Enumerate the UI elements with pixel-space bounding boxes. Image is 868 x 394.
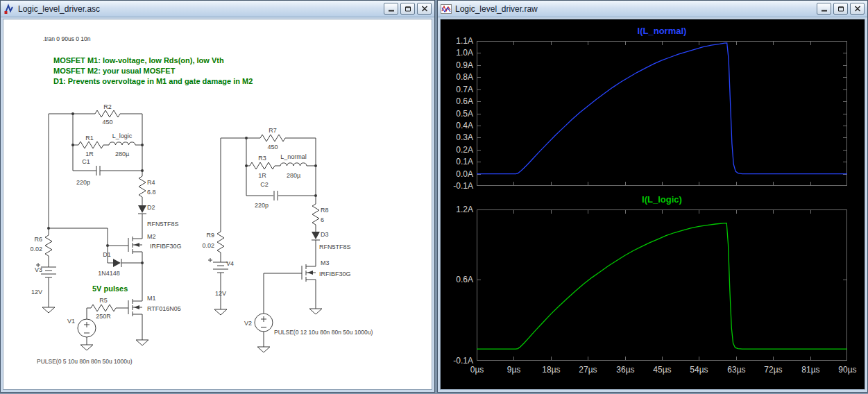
r8-name-label[interactable]: R8 — [321, 207, 329, 214]
schematic-canvas[interactable]: .tran 0 90us 0 10n MOSFET M1: low-voltag… — [3, 19, 432, 390]
v4-name-label[interactable]: V4 — [226, 260, 234, 267]
minimize-icon — [821, 6, 828, 12]
schematic-window-title: Logic_level_driver.asc — [18, 4, 384, 14]
ltspice-waveform-icon[interactable] — [441, 3, 452, 15]
r7-value-label[interactable]: 450 — [267, 144, 278, 151]
r5-name-label[interactable]: R5 — [99, 297, 108, 304]
waveform-titlebar[interactable]: Logic_level_driver.raw — [438, 1, 867, 17]
l-logic-name-label[interactable]: L_logic — [112, 132, 133, 139]
minimize-button[interactable] — [384, 3, 398, 15]
l-logic-value-label[interactable]: 280µ — [115, 151, 129, 157]
plot-pane-0[interactable] — [477, 41, 847, 186]
schematic-titlebar[interactable]: Logic_level_driver.asc — [1, 1, 434, 17]
r6-value-label[interactable]: 0.02 — [30, 246, 42, 252]
resistor-r7[interactable] — [260, 135, 285, 142]
resistor-r6[interactable] — [45, 235, 52, 256]
d1-name-label[interactable]: D1 — [103, 251, 111, 258]
mosfet-m2[interactable] — [128, 231, 142, 259]
v1-value-label[interactable]: PULSE(0 5 10u 80n 80n 50u 1000u) — [37, 358, 133, 365]
waveform-plot-area[interactable]: I(L_normal)1.1A1.0A0.9A0.8A0.7A0.6A0.5A0… — [440, 19, 865, 390]
inductor-l-normal[interactable] — [280, 163, 307, 166]
m3-name-label[interactable]: M3 — [321, 259, 330, 266]
c1-name-label[interactable]: C1 — [82, 158, 90, 165]
v4-value-label[interactable]: 12V — [215, 290, 226, 297]
m1-name-label[interactable]: M1 — [147, 295, 156, 302]
m3-value-label[interactable]: IRFIBF30G — [319, 271, 351, 277]
resistor-r2[interactable] — [95, 110, 120, 117]
d2-name-label[interactable]: D2 — [147, 204, 155, 211]
capacitor-c2[interactable] — [274, 191, 278, 200]
r8-value-label[interactable]: 6 — [321, 216, 324, 223]
diode-d2[interactable] — [138, 205, 146, 214]
restore-button[interactable] — [400, 3, 415, 15]
r2-value-label[interactable]: 450 — [102, 119, 112, 126]
d3-value-label[interactable]: RFN5TF8S — [319, 243, 351, 250]
close-icon — [421, 6, 428, 12]
resistor-r3[interactable] — [250, 162, 275, 169]
restore-icon — [405, 6, 411, 12]
v2-value-label[interactable]: PULSE(0 12 10u 80n 80n 50u 1000u) — [274, 329, 373, 336]
close-button[interactable] — [417, 3, 432, 15]
r4-name-label[interactable]: R4 — [147, 179, 155, 186]
c1-value-label[interactable]: 220p — [76, 179, 90, 186]
r7-name-label[interactable]: R7 — [269, 127, 277, 134]
battery-v4[interactable] — [208, 258, 228, 273]
trace-label-1[interactable]: I(L_logic) — [477, 194, 847, 205]
r4-value-label[interactable]: 6.8 — [147, 189, 156, 196]
y-tick-label: 0.2A — [441, 145, 473, 155]
r3-value-label[interactable]: 1R — [258, 172, 266, 179]
r1-value-label[interactable]: 1R — [85, 151, 94, 157]
trace-1[interactable] — [477, 223, 847, 350]
v2-name-label[interactable]: V2 — [244, 320, 252, 327]
r6-name-label[interactable]: R6 — [34, 236, 42, 243]
d2-value-label[interactable]: RFN5TF8S — [147, 221, 179, 228]
m2-name-label[interactable]: M2 — [147, 233, 156, 240]
close-button[interactable] — [850, 3, 865, 15]
capacitor-c1[interactable] — [96, 166, 100, 175]
voltage-source-v1[interactable] — [78, 319, 96, 337]
d1-value-label[interactable]: 1N4148 — [98, 270, 120, 277]
minimize-button[interactable] — [817, 3, 831, 15]
resistor-r9[interactable] — [217, 232, 224, 252]
comment-5v-pulses[interactable]: 5V pulses — [92, 284, 128, 293]
l-normal-name-label[interactable]: L_normal — [280, 153, 307, 160]
trace-0[interactable] — [477, 43, 847, 174]
m2-value-label[interactable]: IRFIBF30G — [150, 243, 182, 250]
c2-value-label[interactable]: 220p — [255, 202, 269, 209]
y-tick-label: 0.1A — [441, 157, 473, 166]
comment-m1[interactable]: MOSFET M1: low-voltage, low Rds(on), low… — [53, 56, 224, 65]
y-tick-label: 0.6A — [441, 96, 473, 106]
r2-name-label[interactable]: R2 — [103, 103, 112, 110]
m1-value-label[interactable]: RTF016N05 — [147, 305, 181, 312]
restore-button[interactable] — [833, 3, 848, 15]
comment-m2[interactable]: MOSFET M2: your usual MOSFET — [53, 67, 176, 75]
r9-value-label[interactable]: 0.02 — [202, 242, 214, 249]
ltspice-schematic-icon[interactable] — [3, 3, 15, 15]
v3-value-label[interactable]: 12V — [31, 289, 42, 296]
plot-pane-1[interactable] — [477, 209, 847, 361]
v3-name-label[interactable]: V3 — [35, 266, 42, 273]
c2-name-label[interactable]: C2 — [260, 181, 269, 188]
inductor-l-logic[interactable] — [109, 142, 135, 145]
r5-value-label[interactable]: 250R — [96, 313, 111, 320]
r3-name-label[interactable]: R3 — [258, 155, 266, 162]
mosfet-m1[interactable] — [128, 293, 142, 321]
mosfet-m3[interactable] — [302, 259, 316, 286]
comment-d1[interactable]: D1: Prevents overvoltage in M1 and gate … — [53, 77, 253, 85]
r9-name-label[interactable]: R9 — [206, 232, 214, 239]
trace-label-0[interactable]: I(L_normal) — [477, 26, 847, 36]
resistor-r1[interactable] — [78, 142, 103, 148]
d3-name-label[interactable]: D3 — [321, 231, 329, 238]
voltage-source-v2[interactable] — [255, 314, 273, 332]
spice-directive[interactable]: .tran 0 90us 0 10n — [43, 35, 91, 42]
diode-d3[interactable] — [312, 232, 320, 240]
diode-d1[interactable] — [113, 259, 121, 267]
resistor-r8[interactable] — [312, 204, 319, 225]
y-tick-label: 0.4A — [441, 121, 473, 130]
resistor-r5[interactable] — [91, 305, 116, 311]
resistor-r4[interactable] — [139, 176, 146, 197]
v1-name-label[interactable]: V1 — [67, 318, 75, 325]
r1-name-label[interactable]: R1 — [85, 135, 94, 142]
l-normal-value-label[interactable]: 280µ — [287, 172, 300, 179]
waveform-window: Logic_level_driver.raw I(L_normal)1.1A1.… — [437, 0, 868, 393]
